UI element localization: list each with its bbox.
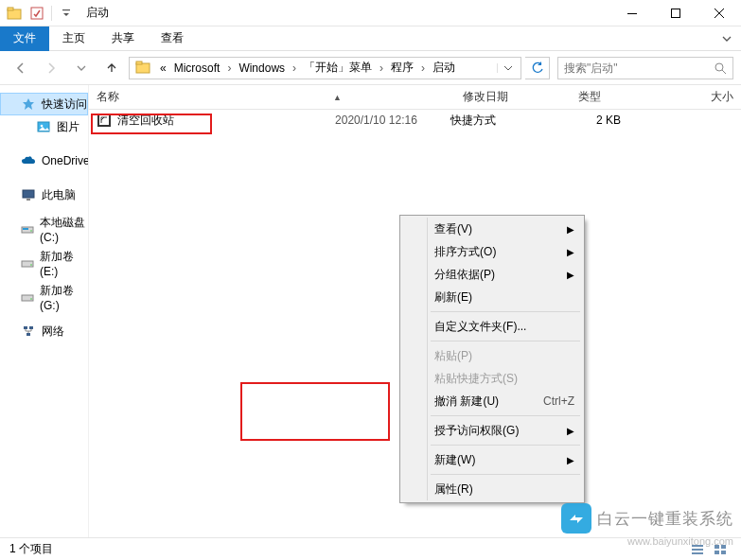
context-menu: 查看(V)▶ 排序方式(O)▶ 分组依据(P)▶ 刷新(E) 自定义文件夹(F)… [399, 215, 585, 503]
breadcrumb-item[interactable]: Windows [235, 58, 289, 79]
sidebar-item-network[interactable]: 网络 [0, 320, 88, 342]
menu-refresh[interactable]: 刷新(E) [402, 286, 582, 308]
sort-indicator-icon: ▲ [333, 93, 342, 102]
sidebar-item-pictures[interactable]: 图片 [0, 115, 88, 138]
back-button[interactable] [8, 57, 34, 79]
menu-view[interactable]: 查看(V)▶ [402, 218, 582, 240]
sidebar-label: 本地磁盘 (C:) [40, 215, 88, 244]
svg-rect-21 [29, 326, 33, 329]
breadcrumb-item[interactable]: Microsoft [170, 58, 224, 79]
sidebar-label: OneDrive [42, 154, 89, 167]
file-name: 清空回收站 [117, 113, 335, 129]
sidebar-item-drive-g[interactable]: 新加卷 (G:) [0, 286, 88, 308]
close-button[interactable] [697, 0, 741, 26]
column-type[interactable]: 类型 [571, 85, 684, 110]
svg-point-17 [30, 264, 32, 266]
folder-icon [4, 3, 25, 24]
column-headers: 名称 ▲ 修改日期 类型 大小 [89, 85, 741, 110]
column-size[interactable]: 大小 [684, 85, 741, 110]
maximize-button[interactable] [654, 0, 697, 26]
address-bar[interactable]: « Microsoft› Windows› 「开始」菜单› 程序› 启动 [129, 57, 521, 79]
menu-paste: 粘贴(P) [402, 344, 582, 367]
tab-home[interactable]: 主页 [49, 26, 98, 51]
watermark: 白云一键重装系统 www.baiyunxitong.com [561, 503, 733, 534]
navigation-pane: 快速访问 图片 OneDrive 此电脑 本地磁盘 (C:) 新加卷 (E:) [0, 85, 89, 537]
up-button[interactable] [98, 57, 125, 79]
breadcrumb-item[interactable]: 程序 [387, 58, 417, 79]
forward-button[interactable] [38, 57, 64, 79]
sidebar-label: 此电脑 [42, 187, 76, 203]
annotation-box [240, 382, 390, 441]
search-input[interactable] [564, 61, 714, 75]
recent-locations-icon[interactable] [68, 57, 95, 79]
sidebar-item-drive-c[interactable]: 本地磁盘 (C:) [0, 218, 88, 240]
sidebar-item-onedrive[interactable]: OneDrive [0, 149, 88, 172]
svg-rect-27 [692, 552, 703, 554]
window-title: 启动 [80, 5, 610, 21]
chevron-right-icon[interactable]: › [376, 61, 387, 75]
column-date[interactable]: 修改日期 [455, 85, 571, 110]
ribbon-tabs: 文件 主页 共享 查看 [0, 26, 741, 51]
breadcrumb-item[interactable]: 「开始」菜单 [300, 58, 376, 79]
submenu-arrow-icon: ▶ [567, 455, 574, 465]
svg-point-10 [41, 125, 44, 128]
sidebar-item-this-pc[interactable]: 此电脑 [0, 184, 88, 206]
qat-dropdown-icon[interactable] [56, 3, 77, 24]
menu-properties[interactable]: 属性(R) [402, 478, 582, 500]
svg-rect-12 [26, 199, 30, 201]
ribbon-expand-icon[interactable] [713, 34, 741, 44]
menu-new[interactable]: 新建(W)▶ [402, 448, 582, 471]
sidebar-label: 网络 [42, 324, 64, 340]
search-icon [714, 61, 727, 75]
svg-rect-30 [715, 551, 719, 554]
search-box[interactable] [557, 57, 733, 79]
address-dropdown-icon[interactable] [497, 63, 519, 73]
file-row[interactable]: 清空回收站 2020/1/10 12:16 快捷方式 2 KB [89, 110, 741, 131]
svg-rect-20 [24, 326, 27, 329]
breadcrumb-item[interactable]: 启动 [429, 58, 459, 79]
menu-sort[interactable]: 排序方式(O)▶ [402, 240, 582, 263]
quick-access-toolbar [0, 3, 80, 24]
svg-rect-4 [627, 13, 637, 14]
sidebar-item-drive-e[interactable]: 新加卷 (E:) [0, 252, 88, 274]
menu-undo[interactable]: 撤消 新建(U)Ctrl+Z [402, 390, 582, 412]
drive-icon [21, 221, 34, 236]
watermark-url: www.baiyunxitong.com [627, 535, 733, 547]
menu-customize-folder[interactable]: 自定义文件夹(F)... [402, 315, 582, 338]
address-folder-icon [135, 60, 152, 77]
sidebar-label: 快速访问 [42, 96, 87, 113]
file-date: 2020/1/10 12:16 [335, 114, 450, 127]
chevron-right-icon[interactable]: › [223, 61, 235, 75]
minimize-button[interactable] [610, 0, 654, 26]
sidebar-item-quick-access[interactable]: 快速访问 [0, 93, 88, 115]
properties-qat-icon[interactable] [26, 3, 47, 24]
tab-file[interactable]: 文件 [0, 26, 49, 51]
tab-share[interactable]: 共享 [98, 26, 148, 51]
svg-rect-2 [31, 8, 43, 19]
sidebar-label: 新加卷 (G:) [40, 283, 88, 312]
shortcut-icon [97, 113, 112, 128]
cloud-icon [21, 153, 36, 168]
file-size: 2 KB [564, 114, 621, 127]
menu-group[interactable]: 分组依据(P)▶ [402, 263, 582, 286]
menu-paste-shortcut: 粘贴快捷方式(S) [402, 367, 582, 390]
column-name[interactable]: 名称 [89, 85, 333, 110]
svg-rect-7 [136, 61, 142, 64]
file-list-pane: 名称 ▲ 修改日期 类型 大小 清空回收站 2020/1/10 12:16 快捷… [89, 85, 741, 537]
watermark-logo-icon [561, 503, 591, 534]
svg-rect-18 [22, 295, 33, 301]
file-type: 快捷方式 [450, 113, 564, 129]
pc-icon [21, 187, 36, 202]
svg-point-19 [30, 298, 32, 300]
tab-view[interactable]: 查看 [148, 26, 197, 51]
submenu-arrow-icon: ▶ [567, 270, 574, 280]
menu-grant-access[interactable]: 授予访问权限(G)▶ [402, 419, 582, 442]
watermark-text: 白云一键重装系统 [597, 508, 733, 530]
refresh-button[interactable] [525, 57, 550, 79]
pictures-icon [36, 119, 51, 134]
chevron-right-icon[interactable]: › [417, 61, 429, 75]
title-bar: 启动 [0, 0, 741, 26]
breadcrumb-prefix[interactable]: « [156, 58, 170, 79]
drive-icon [21, 289, 34, 305]
chevron-right-icon[interactable]: › [289, 61, 300, 75]
